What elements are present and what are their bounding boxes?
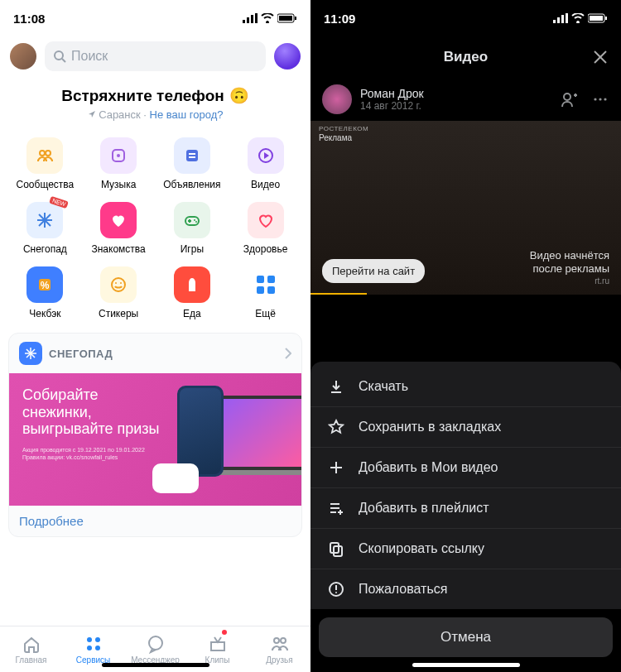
svg-rect-6 <box>295 17 296 20</box>
banner-text: Собирайте снежинки, выигрывайте призы <box>22 386 171 438</box>
svg-text:%: % <box>41 280 50 291</box>
sheet-report[interactable]: Пожаловаться <box>310 569 621 609</box>
service-more[interactable]: Ещё <box>229 262 302 324</box>
status-time: 11:08 <box>13 12 45 26</box>
status-bar: 11:09 <box>310 0 621 36</box>
svg-point-28 <box>112 278 125 291</box>
bookmark-star-icon <box>327 419 345 435</box>
snowfall-icon <box>26 202 63 238</box>
service-snowfall[interactable]: Снегопад <box>8 197 82 260</box>
service-cashback[interactable]: %Чекбэк <box>8 262 82 324</box>
shake-emoji-icon: 🙃 <box>229 86 249 105</box>
svg-point-29 <box>115 282 117 284</box>
svg-point-12 <box>117 154 120 157</box>
more-horizontal-icon[interactable] <box>591 90 609 108</box>
sheet-add-playlist[interactable]: Добавить в плейлист <box>310 488 621 529</box>
banner-card: СНЕГОПАД Собирайте снежинки, выигрывайте… <box>8 333 302 537</box>
home-indicator[interactable] <box>102 663 209 667</box>
svg-rect-15 <box>189 156 195 158</box>
copy-icon <box>327 540 345 557</box>
svg-rect-42 <box>553 20 556 23</box>
banner-header[interactable]: СНЕГОПАД <box>9 334 301 373</box>
banner-badge-icon <box>19 342 42 365</box>
messenger-icon <box>146 634 166 654</box>
svg-rect-1 <box>247 17 249 23</box>
not-your-city-link[interactable]: Не ваш город? <box>150 108 224 121</box>
service-games[interactable]: Игры <box>156 197 229 260</box>
more-icon <box>248 266 284 303</box>
ad-progress-bar <box>310 293 367 295</box>
sheet-copy-link[interactable]: Скопировать ссылку <box>310 529 621 569</box>
health-icon <box>248 202 284 238</box>
shake-title-row: Встряхните телефон 🙃 <box>61 86 249 105</box>
left-phone-screen: 11:08 Поиск Встряхните телефон 🙃 Саранск… <box>0 0 310 672</box>
assistant-orb[interactable] <box>274 43 301 70</box>
svg-point-10 <box>46 151 51 156</box>
shake-subtitle: Саранск · Не ваш город? <box>0 108 310 121</box>
svg-point-39 <box>149 636 162 650</box>
communities-icon <box>26 137 63 174</box>
service-video[interactable]: Видео <box>229 132 302 195</box>
status-bar: 11:08 <box>0 0 310 36</box>
close-icon[interactable] <box>591 48 609 66</box>
food-icon <box>174 266 210 303</box>
svg-point-55 <box>599 98 601 100</box>
status-time: 11:09 <box>324 12 355 26</box>
games-icon <box>174 202 210 238</box>
author-row: Роман Дрок 14 авг 2012 г. <box>310 78 621 121</box>
service-dating[interactable]: Знакомства <box>82 197 156 260</box>
battery-icon <box>277 13 297 23</box>
video-icon <box>248 137 284 174</box>
svg-point-41 <box>281 638 286 643</box>
services-icon <box>84 634 104 654</box>
visit-site-button[interactable]: Перейти на сайт <box>322 259 425 283</box>
banner-title: СНЕГОПАД <box>49 348 113 360</box>
sheet-download[interactable]: Скачать <box>310 367 621 407</box>
dating-icon <box>100 202 137 238</box>
header-title: Видео <box>444 49 488 65</box>
cancel-button[interactable]: Отмена <box>319 617 613 657</box>
service-health[interactable]: Здоровье <box>229 197 302 260</box>
tab-home[interactable]: Главная <box>0 626 62 672</box>
video-preroll-note: Видео начнётсяпосле рекламы rt.ru <box>530 249 609 286</box>
svg-point-56 <box>604 98 606 100</box>
home-icon <box>22 634 41 654</box>
banner-more-link[interactable]: Подробнее <box>9 506 301 536</box>
header-row: Поиск <box>0 36 310 76</box>
user-avatar[interactable] <box>10 43 36 70</box>
ads-icon <box>174 137 210 174</box>
cellular-icon <box>243 13 258 23</box>
svg-point-37 <box>87 646 92 650</box>
service-food[interactable]: Еда <box>156 262 229 324</box>
service-stickers[interactable]: Стикеры <box>82 262 156 324</box>
sheet-add-my-videos[interactable]: Добавить в Мои видео <box>310 448 621 488</box>
wifi-icon <box>571 13 585 23</box>
service-communities[interactable]: Сообщества <box>8 132 82 195</box>
battery-icon <box>588 13 608 23</box>
video-player[interactable]: РОСТЕЛЕКОМ Реклама Перейти на сайт Видео… <box>310 121 621 295</box>
service-music[interactable]: Музыка <box>82 132 156 195</box>
home-indicator[interactable] <box>412 663 520 667</box>
svg-point-24 <box>194 219 195 221</box>
tab-friends[interactable]: Друзья <box>248 626 310 672</box>
sheet-bookmark[interactable]: Сохранить в закладках <box>310 407 621 448</box>
wifi-icon <box>261 13 274 23</box>
svg-rect-44 <box>561 15 564 23</box>
service-ads[interactable]: Объявления <box>156 132 229 195</box>
svg-rect-21 <box>185 217 199 225</box>
report-icon <box>327 581 345 598</box>
video-header: Видео <box>310 36 621 78</box>
banner-body[interactable]: Собирайте снежинки, выигрывайте призы Ак… <box>9 373 301 506</box>
friends-icon <box>270 634 290 654</box>
svg-point-7 <box>55 51 63 60</box>
add-friend-icon[interactable] <box>560 90 578 108</box>
stickers-icon <box>100 266 137 303</box>
svg-rect-48 <box>605 17 607 20</box>
search-input[interactable]: Поиск <box>45 41 266 71</box>
author-info[interactable]: Роман Дрок 14 авг 2012 г. <box>322 84 424 114</box>
banner-devices-illustration <box>152 386 301 493</box>
svg-point-9 <box>40 151 45 156</box>
right-phone-screen: 11:09 Видео Роман Дрок 14 авг 2012 г. РО… <box>310 0 621 672</box>
playlist-add-icon <box>327 500 345 516</box>
author-name: Роман Дрок <box>360 87 424 100</box>
